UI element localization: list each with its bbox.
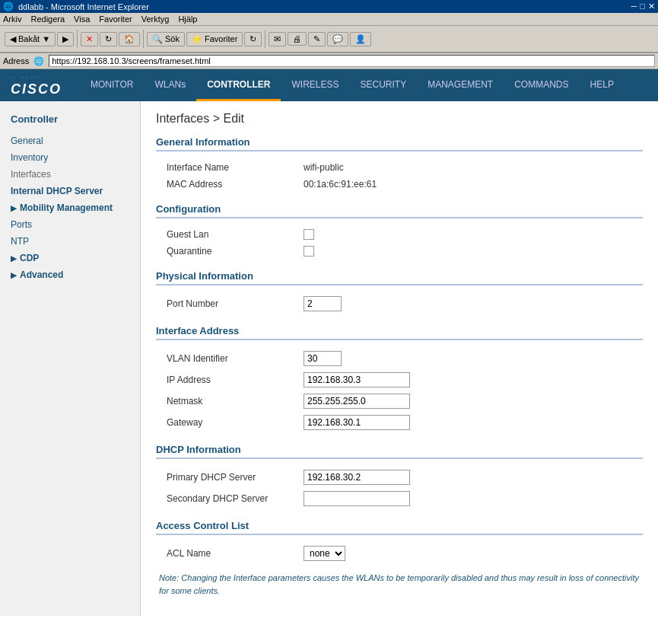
nav-controller[interactable]: CONTROLLER bbox=[196, 69, 281, 101]
sidebar-item-mobility[interactable]: ▶ Mobility Management bbox=[0, 199, 140, 216]
edit-button[interactable]: ✎ bbox=[308, 32, 326, 46]
acl-name-label: ACL Name bbox=[167, 548, 288, 559]
messenger-icon: 👤 bbox=[355, 34, 366, 44]
back-arrow-icon: ◀ bbox=[10, 34, 16, 44]
section-acl: Access Control List bbox=[156, 520, 643, 535]
sidebar-item-advanced[interactable]: ▶ Advanced bbox=[0, 266, 140, 283]
vlan-input[interactable] bbox=[304, 351, 342, 366]
menu-favoriter[interactable]: Favoriter bbox=[99, 14, 132, 24]
menu-redigera[interactable]: Redigera bbox=[30, 14, 65, 24]
page-icon: 🌐 bbox=[33, 56, 44, 66]
nav-wlans[interactable]: WLANs bbox=[144, 69, 196, 101]
menu-hjälp[interactable]: Hjälp bbox=[178, 14, 197, 24]
mail-button[interactable]: ✉ bbox=[269, 32, 286, 46]
favorites-button[interactable]: ⭐ Favoriter bbox=[186, 32, 243, 46]
sidebar-item-general[interactable]: General bbox=[0, 132, 140, 149]
back-button[interactable]: ◀ Bakåt ▼ bbox=[5, 32, 56, 46]
nav-monitor[interactable]: MONITOR bbox=[80, 69, 144, 101]
port-number-label: Port Number bbox=[167, 298, 288, 309]
sidebar-item-dhcp[interactable]: Internal DHCP Server bbox=[0, 183, 140, 199]
minimize-btn[interactable]: ─ bbox=[631, 2, 637, 11]
acl-name-select[interactable]: none bbox=[304, 546, 345, 561]
mac-address-label: MAC Address bbox=[167, 179, 288, 190]
discuss-icon: 💬 bbox=[332, 34, 343, 44]
gateway-input[interactable] bbox=[304, 415, 410, 430]
secondary-dhcp-label: Secondary DHCP Server bbox=[167, 493, 288, 504]
refresh-icon: ↻ bbox=[105, 34, 112, 44]
title-bar: 🌐 ddlabb - Microsoft Internet Explorer ─… bbox=[0, 0, 658, 13]
primary-dhcp-label: Primary DHCP Server bbox=[167, 472, 288, 483]
sidebar-item-inventory[interactable]: Inventory bbox=[0, 149, 140, 166]
search-button[interactable]: 🔍 Sök bbox=[147, 32, 185, 46]
toolbar: ◀ Bakåt ▼ ▶ ✕ ↻ 🏠 🔍 Sök ⭐ Favoriter ↻ ✉ … bbox=[0, 26, 658, 53]
quarantine-label: Quarantine bbox=[167, 246, 288, 257]
maximize-btn[interactable]: □ bbox=[640, 2, 645, 11]
section-general-info: General Information bbox=[156, 136, 643, 151]
stop-button[interactable]: ✕ bbox=[81, 32, 98, 46]
toolbar-separator-2 bbox=[143, 30, 144, 48]
row-gateway: Gateway bbox=[156, 412, 643, 433]
ip-input[interactable] bbox=[304, 372, 410, 387]
close-btn[interactable]: ✕ bbox=[648, 2, 655, 11]
sidebar-item-ntp[interactable]: NTP bbox=[0, 233, 140, 250]
row-acl-name: ACL Name none bbox=[156, 543, 643, 564]
discuss-button[interactable]: 💬 bbox=[327, 32, 348, 46]
dropdown-arrow-icon: ▼ bbox=[42, 34, 50, 43]
guest-lan-label: Guest Lan bbox=[167, 229, 288, 240]
toolbar-separator bbox=[77, 30, 78, 48]
netmask-label: Netmask bbox=[167, 396, 288, 406]
nav-commands[interactable]: COMMANDS bbox=[504, 69, 579, 101]
nav-help[interactable]: HELP bbox=[580, 69, 625, 101]
sidebar-item-cdp[interactable]: ▶ CDP bbox=[0, 250, 140, 266]
menu-visa[interactable]: Visa bbox=[74, 14, 90, 24]
stop-icon: ✕ bbox=[86, 34, 93, 44]
refresh-button[interactable]: ↻ bbox=[100, 32, 117, 46]
section-interface-address: Interface Address bbox=[156, 325, 643, 340]
nav-security[interactable]: SECURITY bbox=[349, 69, 417, 101]
nav-wireless[interactable]: WIRELESS bbox=[281, 69, 349, 101]
row-interface-name: Interface Name wifi-public bbox=[156, 159, 643, 176]
ip-label: IP Address bbox=[167, 375, 288, 385]
content-area: Interfaces > Edit General Information In… bbox=[141, 101, 658, 616]
messenger-button[interactable]: 👤 bbox=[350, 32, 371, 46]
section-dhcp: DHCP Information bbox=[156, 444, 643, 459]
nav-items: MONITOR WLANs CONTROLLER WIRELESS SECURI… bbox=[80, 69, 625, 101]
interface-name-label: Interface Name bbox=[167, 162, 288, 173]
media-icon: ↻ bbox=[250, 34, 256, 44]
nav-management[interactable]: MANAGEMENT bbox=[417, 69, 504, 101]
forward-button[interactable]: ▶ bbox=[57, 32, 74, 46]
media-button[interactable]: ↻ bbox=[244, 32, 262, 46]
cisco-wave: ·· ··· ··· bbox=[11, 73, 62, 81]
print-button[interactable]: 🖨 bbox=[288, 32, 307, 46]
gateway-label: Gateway bbox=[167, 417, 288, 428]
guest-lan-checkbox[interactable] bbox=[304, 229, 314, 240]
quarantine-checkbox[interactable] bbox=[304, 246, 314, 257]
sidebar-item-ports[interactable]: Ports bbox=[0, 216, 140, 233]
primary-dhcp-input[interactable] bbox=[304, 470, 410, 485]
address-input[interactable] bbox=[49, 55, 655, 67]
cdp-arrow-icon: ▶ bbox=[11, 254, 17, 263]
address-label: Adress bbox=[3, 56, 29, 65]
address-bar: Adress 🌐 bbox=[0, 53, 658, 69]
main-layout: Controller General Inventory Interfaces … bbox=[0, 101, 658, 616]
mac-address-value: 00:1a:6c:91:ee:61 bbox=[304, 179, 377, 190]
port-number-input[interactable] bbox=[304, 296, 342, 311]
row-primary-dhcp: Primary DHCP Server bbox=[156, 467, 643, 488]
netmask-input[interactable] bbox=[304, 394, 410, 409]
secondary-dhcp-input[interactable] bbox=[304, 491, 410, 506]
mail-icon: ✉ bbox=[274, 34, 281, 44]
menu-verktyg[interactable]: Verktyg bbox=[141, 14, 170, 24]
window-title: ddlabb - Microsoft Internet Explorer bbox=[18, 2, 149, 11]
print-icon: 🖨 bbox=[293, 34, 301, 43]
home-button[interactable]: 🏠 bbox=[119, 32, 140, 46]
row-secondary-dhcp: Secondary DHCP Server bbox=[156, 488, 643, 509]
search-icon: 🔍 bbox=[152, 34, 163, 44]
menu-bar: Arkiv Redigera Visa Favoriter Verktyg Hj… bbox=[0, 13, 658, 26]
sidebar-item-interfaces[interactable]: Interfaces bbox=[0, 166, 140, 183]
menu-arkiv[interactable]: Arkiv bbox=[3, 14, 21, 24]
section-configuration: Configuration bbox=[156, 203, 643, 218]
advanced-arrow-icon: ▶ bbox=[11, 271, 17, 279]
toolbar-separator-3 bbox=[265, 30, 265, 48]
sidebar-title: Controller bbox=[0, 109, 140, 132]
interface-name-value: wifi-public bbox=[304, 162, 344, 173]
